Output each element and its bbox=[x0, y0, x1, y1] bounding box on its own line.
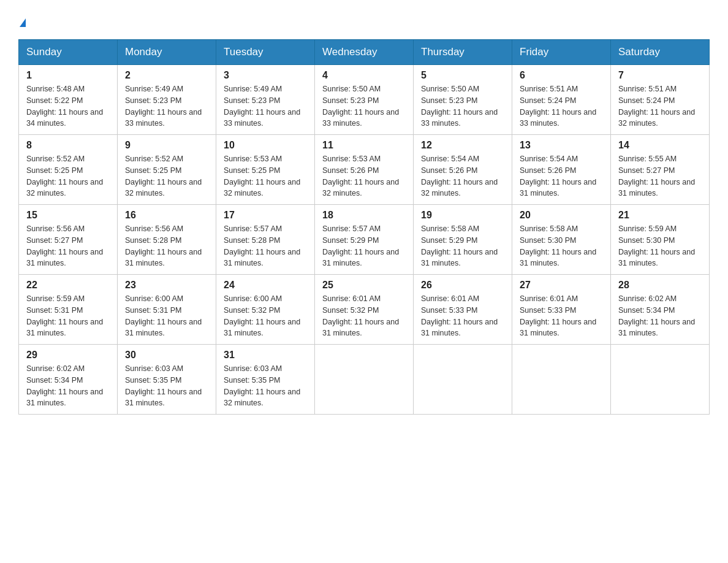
day-info: Sunrise: 6:01 AM Sunset: 5:33 PM Dayligh… bbox=[421, 293, 504, 339]
day-number: 25 bbox=[322, 280, 406, 291]
calendar-cell: 26 Sunrise: 6:01 AM Sunset: 5:33 PM Dayl… bbox=[414, 275, 512, 345]
day-number: 18 bbox=[322, 210, 406, 221]
day-number: 11 bbox=[322, 140, 406, 151]
calendar-cell: 7 Sunrise: 5:51 AM Sunset: 5:24 PM Dayli… bbox=[611, 65, 710, 135]
calendar-cell: 12 Sunrise: 5:54 AM Sunset: 5:26 PM Dayl… bbox=[414, 135, 512, 205]
day-number: 5 bbox=[421, 70, 504, 81]
day-info: Sunrise: 5:57 AM Sunset: 5:28 PM Dayligh… bbox=[224, 223, 307, 269]
calendar-cell bbox=[512, 345, 611, 415]
calendar-cell: 29 Sunrise: 6:02 AM Sunset: 5:34 PM Dayl… bbox=[19, 345, 118, 415]
day-info: Sunrise: 5:54 AM Sunset: 5:26 PM Dayligh… bbox=[421, 153, 504, 199]
calendar-cell: 22 Sunrise: 5:59 AM Sunset: 5:31 PM Dayl… bbox=[19, 275, 118, 345]
day-info: Sunrise: 5:48 AM Sunset: 5:22 PM Dayligh… bbox=[26, 83, 110, 129]
day-number: 15 bbox=[26, 210, 110, 221]
day-info: Sunrise: 6:01 AM Sunset: 5:32 PM Dayligh… bbox=[322, 293, 406, 339]
day-number: 3 bbox=[224, 70, 307, 81]
calendar-cell: 13 Sunrise: 5:54 AM Sunset: 5:26 PM Dayl… bbox=[512, 135, 611, 205]
calendar-cell bbox=[315, 345, 414, 415]
week-row-5: 29 Sunrise: 6:02 AM Sunset: 5:34 PM Dayl… bbox=[19, 345, 710, 415]
day-number: 4 bbox=[322, 70, 406, 81]
day-info: Sunrise: 5:58 AM Sunset: 5:29 PM Dayligh… bbox=[421, 223, 504, 269]
week-row-3: 15 Sunrise: 5:56 AM Sunset: 5:27 PM Dayl… bbox=[19, 205, 710, 275]
calendar-cell bbox=[414, 345, 512, 415]
day-number: 19 bbox=[421, 210, 504, 221]
day-number: 17 bbox=[224, 210, 307, 221]
calendar-cell: 20 Sunrise: 5:58 AM Sunset: 5:30 PM Dayl… bbox=[512, 205, 611, 275]
day-number: 14 bbox=[618, 140, 702, 151]
day-number: 13 bbox=[520, 140, 603, 151]
day-info: Sunrise: 5:49 AM Sunset: 5:23 PM Dayligh… bbox=[125, 83, 208, 129]
day-info: Sunrise: 5:58 AM Sunset: 5:30 PM Dayligh… bbox=[520, 223, 603, 269]
day-info: Sunrise: 6:03 AM Sunset: 5:35 PM Dayligh… bbox=[224, 363, 307, 409]
calendar-cell: 25 Sunrise: 6:01 AM Sunset: 5:32 PM Dayl… bbox=[315, 275, 414, 345]
calendar-cell: 16 Sunrise: 5:56 AM Sunset: 5:28 PM Dayl… bbox=[118, 205, 216, 275]
day-number: 29 bbox=[26, 350, 110, 361]
calendar-cell: 10 Sunrise: 5:53 AM Sunset: 5:25 PM Dayl… bbox=[216, 135, 315, 205]
day-number: 31 bbox=[224, 350, 307, 361]
header-tuesday: Tuesday bbox=[216, 40, 315, 65]
week-row-2: 8 Sunrise: 5:52 AM Sunset: 5:25 PM Dayli… bbox=[19, 135, 710, 205]
day-number: 16 bbox=[125, 210, 208, 221]
day-number: 12 bbox=[421, 140, 504, 151]
day-info: Sunrise: 5:56 AM Sunset: 5:28 PM Dayligh… bbox=[125, 223, 208, 269]
day-info: Sunrise: 6:01 AM Sunset: 5:33 PM Dayligh… bbox=[520, 293, 603, 339]
day-info: Sunrise: 6:02 AM Sunset: 5:34 PM Dayligh… bbox=[618, 293, 702, 339]
day-info: Sunrise: 6:00 AM Sunset: 5:31 PM Dayligh… bbox=[125, 293, 208, 339]
day-info: Sunrise: 5:53 AM Sunset: 5:25 PM Dayligh… bbox=[224, 153, 307, 199]
day-info: Sunrise: 5:53 AM Sunset: 5:26 PM Dayligh… bbox=[322, 153, 406, 199]
day-info: Sunrise: 5:56 AM Sunset: 5:27 PM Dayligh… bbox=[26, 223, 110, 269]
calendar-cell: 1 Sunrise: 5:48 AM Sunset: 5:22 PM Dayli… bbox=[19, 65, 118, 135]
calendar-cell: 28 Sunrise: 6:02 AM Sunset: 5:34 PM Dayl… bbox=[611, 275, 710, 345]
week-row-4: 22 Sunrise: 5:59 AM Sunset: 5:31 PM Dayl… bbox=[19, 275, 710, 345]
calendar-cell: 11 Sunrise: 5:53 AM Sunset: 5:26 PM Dayl… bbox=[315, 135, 414, 205]
calendar-cell: 6 Sunrise: 5:51 AM Sunset: 5:24 PM Dayli… bbox=[512, 65, 611, 135]
calendar-cell: 4 Sunrise: 5:50 AM Sunset: 5:23 PM Dayli… bbox=[315, 65, 414, 135]
calendar-cell: 18 Sunrise: 5:57 AM Sunset: 5:29 PM Dayl… bbox=[315, 205, 414, 275]
calendar-cell: 31 Sunrise: 6:03 AM Sunset: 5:35 PM Dayl… bbox=[216, 345, 315, 415]
calendar-cell: 21 Sunrise: 5:59 AM Sunset: 5:30 PM Dayl… bbox=[611, 205, 710, 275]
calendar-cell: 15 Sunrise: 5:56 AM Sunset: 5:27 PM Dayl… bbox=[19, 205, 118, 275]
calendar-cell: 30 Sunrise: 6:03 AM Sunset: 5:35 PM Dayl… bbox=[118, 345, 216, 415]
logo bbox=[18, 18, 26, 27]
day-info: Sunrise: 5:52 AM Sunset: 5:25 PM Dayligh… bbox=[26, 153, 110, 199]
calendar-cell: 19 Sunrise: 5:58 AM Sunset: 5:29 PM Dayl… bbox=[414, 205, 512, 275]
day-number: 27 bbox=[520, 280, 603, 291]
calendar-cell: 9 Sunrise: 5:52 AM Sunset: 5:25 PM Dayli… bbox=[118, 135, 216, 205]
day-info: Sunrise: 5:57 AM Sunset: 5:29 PM Dayligh… bbox=[322, 223, 406, 269]
calendar-cell: 14 Sunrise: 5:55 AM Sunset: 5:27 PM Dayl… bbox=[611, 135, 710, 205]
header-thursday: Thursday bbox=[414, 40, 512, 65]
day-info: Sunrise: 5:55 AM Sunset: 5:27 PM Dayligh… bbox=[618, 153, 702, 199]
calendar-cell: 27 Sunrise: 6:01 AM Sunset: 5:33 PM Dayl… bbox=[512, 275, 611, 345]
day-number: 20 bbox=[520, 210, 603, 221]
calendar-cell: 8 Sunrise: 5:52 AM Sunset: 5:25 PM Dayli… bbox=[19, 135, 118, 205]
day-number: 28 bbox=[618, 280, 702, 291]
header-saturday: Saturday bbox=[611, 40, 710, 65]
calendar-cell bbox=[611, 345, 710, 415]
day-number: 21 bbox=[618, 210, 702, 221]
header-sunday: Sunday bbox=[19, 40, 118, 65]
day-info: Sunrise: 6:02 AM Sunset: 5:34 PM Dayligh… bbox=[26, 363, 110, 409]
day-number: 8 bbox=[26, 140, 110, 151]
day-info: Sunrise: 5:51 AM Sunset: 5:24 PM Dayligh… bbox=[520, 83, 603, 129]
day-number: 24 bbox=[224, 280, 307, 291]
day-info: Sunrise: 5:52 AM Sunset: 5:25 PM Dayligh… bbox=[125, 153, 208, 199]
day-info: Sunrise: 5:49 AM Sunset: 5:23 PM Dayligh… bbox=[224, 83, 307, 129]
calendar-table: SundayMondayTuesdayWednesdayThursdayFrid… bbox=[18, 39, 710, 415]
calendar-cell: 2 Sunrise: 5:49 AM Sunset: 5:23 PM Dayli… bbox=[118, 65, 216, 135]
day-number: 23 bbox=[125, 280, 208, 291]
header-monday: Monday bbox=[118, 40, 216, 65]
calendar-cell: 17 Sunrise: 5:57 AM Sunset: 5:28 PM Dayl… bbox=[216, 205, 315, 275]
day-info: Sunrise: 5:59 AM Sunset: 5:30 PM Dayligh… bbox=[618, 223, 702, 269]
calendar-cell: 24 Sunrise: 6:00 AM Sunset: 5:32 PM Dayl… bbox=[216, 275, 315, 345]
day-info: Sunrise: 5:59 AM Sunset: 5:31 PM Dayligh… bbox=[26, 293, 110, 339]
header-wednesday: Wednesday bbox=[315, 40, 414, 65]
day-info: Sunrise: 6:03 AM Sunset: 5:35 PM Dayligh… bbox=[125, 363, 208, 409]
day-number: 2 bbox=[125, 70, 208, 81]
day-number: 7 bbox=[618, 70, 702, 81]
day-number: 1 bbox=[26, 70, 110, 81]
logo-triangle-icon bbox=[20, 18, 26, 27]
day-info: Sunrise: 5:51 AM Sunset: 5:24 PM Dayligh… bbox=[618, 83, 702, 129]
day-info: Sunrise: 6:00 AM Sunset: 5:32 PM Dayligh… bbox=[224, 293, 307, 339]
calendar-cell: 3 Sunrise: 5:49 AM Sunset: 5:23 PM Dayli… bbox=[216, 65, 315, 135]
calendar-cell: 5 Sunrise: 5:50 AM Sunset: 5:23 PM Dayli… bbox=[414, 65, 512, 135]
